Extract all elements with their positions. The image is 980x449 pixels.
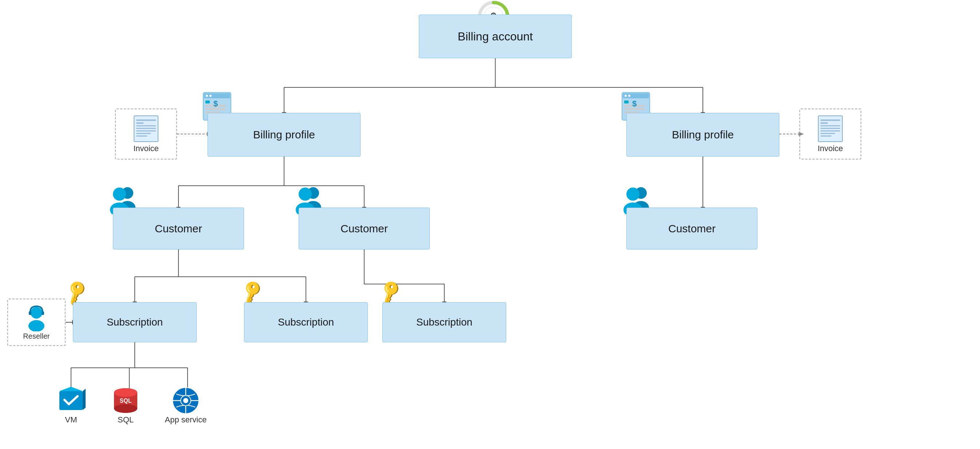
svg-rect-48 — [205, 108, 226, 110]
svg-rect-65 — [136, 131, 156, 131]
reseller-label: Reseller — [23, 332, 49, 341]
svg-text:$: $ — [213, 99, 218, 108]
billing-profile-left-node: Billing profile — [208, 113, 361, 157]
subscription-3-node: Subscription — [382, 302, 506, 342]
subscription-2-label: Subscription — [278, 317, 334, 328]
invoice-left-node: Invoice — [115, 108, 177, 159]
customer-1-label: Customer — [155, 223, 202, 235]
customer-3-node: Customer — [626, 207, 757, 250]
svg-point-98 — [114, 388, 137, 397]
sql-resource: SQL SQL — [102, 386, 149, 430]
svg-rect-57 — [624, 108, 644, 110]
svg-point-105 — [183, 398, 188, 403]
svg-point-44 — [206, 95, 208, 97]
customer-3-label: Customer — [668, 223, 716, 235]
app-service-label: App service — [165, 415, 207, 425]
sql-label: SQL — [118, 415, 134, 425]
svg-rect-46 — [205, 100, 210, 103]
vm-label: VM — [65, 415, 77, 425]
subscription-3-label: Subscription — [416, 317, 473, 328]
svg-rect-91 — [41, 311, 44, 315]
svg-point-82 — [299, 188, 312, 201]
invoice-left-label: Invoice — [133, 144, 159, 153]
svg-rect-67 — [136, 135, 147, 137]
svg-point-86 — [626, 188, 640, 201]
billing-account-label: Billing account — [458, 30, 533, 43]
reseller-node: Reseller — [7, 299, 65, 346]
billing-profile-right-label: Billing profile — [672, 129, 734, 141]
svg-rect-61 — [136, 119, 156, 121]
svg-point-97 — [114, 404, 137, 413]
svg-rect-62 — [136, 123, 143, 124]
svg-point-78 — [113, 188, 126, 201]
billing-profile-left-label: Billing profile — [253, 129, 315, 141]
svg-rect-66 — [136, 133, 151, 134]
svg-rect-75 — [821, 135, 831, 137]
svg-rect-70 — [821, 123, 828, 124]
customer-2-node: Customer — [299, 207, 430, 250]
svg-rect-92 — [59, 391, 83, 410]
svg-rect-63 — [136, 125, 156, 126]
customer-2-label: Customer — [340, 223, 388, 235]
customer-1-node: Customer — [113, 207, 244, 250]
app-service-resource: App service — [160, 386, 211, 430]
svg-text:$: $ — [632, 99, 636, 108]
svg-rect-73 — [821, 131, 840, 131]
svg-rect-72 — [821, 128, 840, 129]
svg-point-53 — [625, 95, 627, 97]
svg-text:SQL: SQL — [120, 398, 132, 404]
diagram-container: $ Billing account $ Billing profile — [0, 0, 980, 449]
svg-marker-94 — [83, 388, 86, 410]
svg-point-45 — [209, 95, 212, 97]
svg-rect-90 — [29, 311, 31, 315]
subscription-2-node: Subscription — [244, 302, 368, 342]
invoice-right-label: Invoice — [818, 144, 843, 153]
svg-rect-64 — [136, 128, 156, 129]
svg-rect-69 — [821, 119, 840, 121]
vm-resource: VM — [47, 386, 95, 430]
svg-rect-55 — [624, 100, 628, 103]
svg-rect-71 — [821, 125, 840, 126]
billing-account-node: Billing account — [419, 14, 572, 58]
subscription-1-node: Subscription — [73, 302, 197, 342]
svg-point-88 — [30, 307, 42, 318]
svg-point-54 — [628, 95, 630, 97]
billing-profile-right-node: Billing profile — [626, 113, 780, 157]
svg-marker-93 — [59, 387, 83, 391]
svg-point-89 — [29, 320, 45, 331]
svg-rect-74 — [821, 133, 835, 134]
invoice-right-node: Invoice — [799, 108, 861, 159]
subscription-1-label: Subscription — [107, 317, 163, 328]
